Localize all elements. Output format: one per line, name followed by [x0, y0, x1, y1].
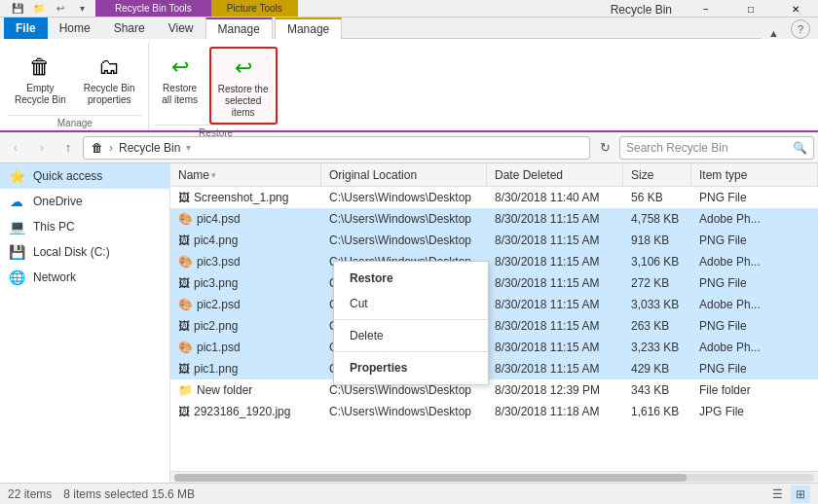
restore-selected-label: Restore theselected items: [217, 84, 270, 119]
context-menu-delete[interactable]: Delete: [334, 323, 488, 348]
table-row[interactable]: 🖼pic4.png C:\Users\Windows\Desktop 8/30/…: [170, 230, 818, 251]
onedrive-icon: ☁: [8, 193, 25, 210]
sidebar-item-local-disk[interactable]: 💾 Local Disk (C:): [0, 239, 169, 265]
nav-up-button[interactable]: ↑: [56, 136, 80, 160]
file-list-container: Name ▾ Original Location Date Deleted Si…: [170, 163, 818, 483]
recycle-bin-properties-label: Recycle Binproperties: [84, 83, 135, 106]
dropdown-arrow-icon[interactable]: ▾: [72, 0, 92, 17]
table-row[interactable]: 🎨pic3.psd C:\Users\Windows\Desktop 8/30/…: [170, 251, 818, 272]
search-placeholder: Search Recycle Bin: [626, 141, 728, 155]
network-label: Network: [33, 270, 76, 284]
address-path: Recycle Bin: [119, 141, 180, 155]
refresh-button[interactable]: ↻: [593, 136, 616, 160]
tab-manage-active[interactable]: Manage: [205, 18, 273, 39]
horizontal-scrollbar[interactable]: [174, 474, 814, 482]
address-chevron: ▾: [186, 142, 191, 153]
table-row[interactable]: 🖼2923186_1920.jpg C:\Users\Windows\Deskt…: [170, 401, 818, 422]
status-right: ☰ ⊞: [767, 486, 810, 503]
table-row[interactable]: 🖼pic1.png C:\Users\Windows\Desktop 8/30/…: [170, 358, 818, 379]
empty-bin-icon: 🗑: [24, 52, 56, 83]
tab-file[interactable]: File: [4, 18, 48, 39]
col-header-name[interactable]: Name ▾: [170, 163, 321, 186]
empty-recycle-bin-button[interactable]: 🗑 EmptyRecycle Bin: [8, 47, 73, 111]
search-field[interactable]: Search Recycle Bin 🔍: [619, 136, 814, 160]
status-bar: 22 items 8 items selected 15.6 MB ☰ ⊞: [0, 483, 818, 504]
context-menu-cut[interactable]: Cut: [334, 291, 488, 316]
ribbon-group-manage: 🗑 EmptyRecycle Bin 🗂 Recycle Binproperti…: [8, 43, 149, 130]
minimize-button[interactable]: −: [684, 0, 728, 18]
address-bar: ‹ › ↑ 🗑 › Recycle Bin ▾ ↻ Search Recycle…: [0, 132, 818, 163]
tab-manage-picture[interactable]: Manage: [275, 18, 342, 39]
properties-icon: 🗂: [93, 52, 125, 83]
selected-info: 8 items selected 15.6 MB: [63, 487, 195, 501]
address-path-icon: 🗑: [92, 141, 103, 155]
quick-access-icon: ⭐: [8, 167, 25, 185]
table-row[interactable]: 🎨pic2.psd C:\Users\Windows\Desktop 8/30/…: [170, 294, 818, 315]
quick-access-label: Quick access: [33, 169, 102, 183]
restore-all-label: Restoreall items: [162, 83, 198, 106]
tab-home[interactable]: Home: [48, 18, 102, 39]
local-disk-label: Local Disk (C:): [33, 245, 110, 259]
restore-selected-icon: ↩: [228, 53, 259, 84]
this-pc-icon: 💻: [8, 218, 25, 235]
close-button[interactable]: ✕: [773, 0, 818, 18]
restore-all-icon: ↩: [165, 52, 196, 83]
recycle-bin-tools-label: Recycle Bin Tools: [95, 0, 211, 17]
table-row[interactable]: 🖼pic2.png C:\Users\Windows\Desktop 8/30/…: [170, 315, 818, 337]
col-header-size[interactable]: Size: [623, 163, 691, 186]
this-pc-label: This PC: [33, 220, 75, 234]
context-menu-properties[interactable]: Properties: [334, 355, 488, 380]
manage-group-label: Manage: [8, 115, 142, 130]
context-menu: Restore Cut Delete Properties: [333, 261, 489, 385]
sidebar-item-onedrive[interactable]: ☁ OneDrive: [0, 189, 169, 214]
save-icon[interactable]: 💾: [8, 0, 27, 17]
restore-all-button[interactable]: ↩ Restoreall items: [155, 47, 205, 111]
maximize-button[interactable]: □: [728, 0, 773, 18]
file-rows: 🖼Screenshot_1.png C:\Users\Windows\Deskt…: [170, 187, 818, 471]
sidebar: ⭐ Quick access ☁ OneDrive 💻 This PC 💾 Lo…: [0, 163, 170, 483]
table-row[interactable]: 🎨pic1.psd C:\Users\Windows\Desktop 8/30/…: [170, 337, 818, 358]
col-header-type[interactable]: Item type: [691, 163, 818, 186]
empty-bin-label: EmptyRecycle Bin: [15, 83, 66, 106]
picture-tools-label: Picture Tools: [211, 0, 298, 17]
sidebar-item-this-pc[interactable]: 💻 This PC: [0, 214, 169, 239]
ribbon-group-restore: ↩ Restoreall items ↩ Restore theselected…: [149, 43, 283, 130]
restore-selected-button[interactable]: ↩ Restore theselected items: [209, 47, 278, 125]
table-row[interactable]: 🖼Screenshot_1.png C:\Users\Windows\Deskt…: [170, 187, 818, 208]
col-header-location[interactable]: Original Location: [321, 163, 487, 186]
new-folder-quick-icon[interactable]: 📁: [29, 0, 49, 17]
search-icon: 🔍: [793, 141, 807, 155]
context-menu-restore[interactable]: Restore: [334, 266, 488, 291]
sidebar-item-network[interactable]: 🌐 Network: [0, 265, 169, 290]
recycle-bin-properties-button[interactable]: 🗂 Recycle Binproperties: [77, 47, 142, 111]
network-icon: 🌐: [8, 269, 25, 286]
view-tiles-button[interactable]: ⊞: [791, 486, 810, 503]
nav-back-button[interactable]: ‹: [4, 136, 27, 160]
table-row[interactable]: 🖼pic3.png C:\Users\Windows\Desktop 8/30/…: [170, 272, 818, 294]
tab-share[interactable]: Share: [102, 18, 157, 39]
local-disk-icon: 💾: [8, 243, 25, 261]
file-list-header: Name ▾ Original Location Date Deleted Si…: [170, 163, 818, 187]
view-list-button[interactable]: ☰: [767, 486, 787, 503]
items-count: 22 items: [8, 487, 52, 501]
col-header-date[interactable]: Date Deleted: [487, 163, 623, 186]
nav-forward-button[interactable]: ›: [30, 136, 54, 160]
address-separator: ›: [109, 141, 113, 155]
ribbon-minimize-icon[interactable]: ▲: [761, 27, 787, 39]
table-row[interactable]: 📁New folder C:\Users\Windows\Desktop 8/3…: [170, 379, 818, 401]
undo-icon[interactable]: ↩: [51, 0, 70, 17]
table-row[interactable]: 🎨pic4.psd C:\Users\Windows\Desktop 8/30/…: [170, 208, 818, 230]
sidebar-item-quick-access[interactable]: ⭐ Quick access: [0, 163, 169, 189]
onedrive-label: OneDrive: [33, 195, 83, 208]
ctx-separator-1: [334, 319, 488, 320]
help-button[interactable]: ?: [791, 19, 810, 39]
address-field[interactable]: 🗑 › Recycle Bin ▾: [83, 136, 590, 160]
ctx-separator-2: [334, 351, 488, 352]
tab-view[interactable]: View: [157, 18, 205, 39]
window-title: Recycle Bin: [599, 3, 684, 17]
